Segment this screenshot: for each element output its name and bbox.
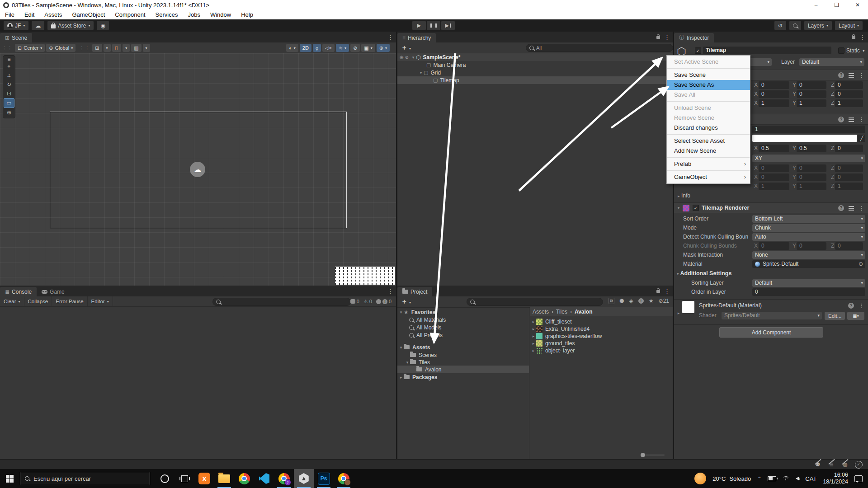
- console-collapse-button[interactable]: Collapse: [24, 296, 52, 306]
- chevron-right-icon[interactable]: ▸: [531, 341, 536, 346]
- static-checkbox[interactable]: [838, 47, 844, 54]
- chevron-down-icon[interactable]: ▾: [410, 55, 416, 60]
- menu-item-discard-changes[interactable]: Discard changes: [667, 123, 750, 133]
- tab-scene[interactable]: ⊞ Scene: [0, 33, 32, 42]
- rect-tool[interactable]: ▭: [4, 98, 14, 108]
- menu-item-gameobject[interactable]: GameObject›: [667, 172, 750, 182]
- project-menu-kebab-icon[interactable]: ⋮: [664, 288, 670, 295]
- hierarchy-row-tilemap[interactable]: ▢ Tilemap: [397, 76, 673, 84]
- chevron-right-icon[interactable]: ▸: [398, 375, 404, 380]
- volume-muted-icon[interactable]: ✕: [796, 477, 799, 480]
- cloud-sprite[interactable]: ☁: [190, 162, 205, 177]
- keyboard-language[interactable]: CAT: [805, 475, 816, 482]
- menu-gameobject[interactable]: GameObject: [67, 11, 110, 18]
- additional-settings-foldout[interactable]: ▾ Additional Settings: [677, 270, 731, 277]
- console-error-pause-button[interactable]: Error Pause: [52, 296, 87, 306]
- transform-tool[interactable]: ⊕: [4, 108, 14, 117]
- tree-item-scenes[interactable]: Scenes: [397, 351, 529, 359]
- detect-chunk-dropdown[interactable]: Auto▾: [752, 233, 865, 241]
- lock-icon[interactable]: [656, 290, 660, 293]
- menu-help[interactable]: Help: [236, 11, 258, 18]
- scene-menu-kebab-icon[interactable]: ⋮: [387, 34, 393, 41]
- layers-dropdown[interactable]: Layers▾: [804, 21, 832, 30]
- animation-frame-rate-field[interactable]: 1: [752, 126, 865, 133]
- anchor-y-field[interactable]: 0.5: [797, 145, 826, 152]
- scale-x-field[interactable]: 1: [759, 99, 789, 107]
- sorting-layer-dropdown[interactable]: Default▾: [752, 279, 865, 287]
- static-dropdown-arrow[interactable]: ▾: [863, 48, 865, 53]
- renderer-enabled-checkbox[interactable]: ✓: [693, 205, 699, 211]
- menu-edit[interactable]: Edit: [19, 11, 39, 18]
- tab-project[interactable]: Project: [397, 287, 432, 296]
- alert-filter-icon[interactable]: !: [638, 298, 644, 304]
- account-button[interactable]: JF▾: [4, 21, 28, 30]
- project-add-button[interactable]: ＋ ▾: [401, 298, 411, 306]
- help-icon[interactable]: ?: [838, 205, 844, 211]
- tray-overflow-chevron[interactable]: ⌃: [757, 476, 761, 482]
- snap-increment-dropdown[interactable]: ▾: [143, 44, 150, 52]
- close-button[interactable]: ✕: [847, 0, 868, 10]
- hierarchy-add-button[interactable]: ＋ ▾: [401, 44, 411, 52]
- lock-icon[interactable]: [656, 36, 660, 39]
- weather-sun-icon[interactable]: [694, 473, 706, 484]
- task-view-button[interactable]: [175, 469, 194, 488]
- position-y-field[interactable]: 0: [797, 81, 826, 89]
- menu-services[interactable]: Services: [151, 11, 183, 18]
- menu-window[interactable]: Window: [205, 11, 236, 18]
- add-component-button[interactable]: Add Component: [719, 327, 823, 338]
- chevron-down-icon[interactable]: ▾: [398, 345, 404, 350]
- tab-hierarchy[interactable]: ≡ Hierarchy: [397, 33, 436, 42]
- collab-off-icon[interactable]: ◍: [838, 460, 852, 469]
- inspector-menu-kebab-icon[interactable]: ⋮: [859, 34, 865, 41]
- kebab-icon[interactable]: ⋮: [859, 116, 864, 123]
- tool-handle-rotation-button[interactable]: ⊕ Global ▾: [46, 44, 75, 52]
- lighting-toggle[interactable]: ϙ: [313, 44, 321, 52]
- help-icon[interactable]: ?: [838, 117, 844, 122]
- menu-item-prefab[interactable]: Prefab›: [667, 159, 750, 169]
- mask-interaction-dropdown[interactable]: None▾: [752, 251, 865, 259]
- hidden-count-badge[interactable]: ⊘21: [659, 298, 669, 304]
- tree-item-avalon[interactable]: Avalon: [397, 366, 529, 373]
- undo-history-button[interactable]: ↺: [774, 21, 786, 30]
- action-center-icon[interactable]: [854, 475, 863, 482]
- preset-icon[interactable]: [849, 117, 854, 122]
- color-swatch[interactable]: [752, 135, 857, 142]
- tool-handle-pivot-button[interactable]: ⊡ Center ▾: [15, 44, 45, 52]
- breadcrumb-assets[interactable]: Assets: [533, 309, 549, 315]
- mode-dropdown[interactable]: Chunk▾: [752, 224, 865, 232]
- project-search-input[interactable]: [467, 298, 603, 306]
- preset-icon[interactable]: [849, 73, 854, 78]
- wifi-icon[interactable]: [783, 476, 789, 481]
- hidden-objects-toggle[interactable]: ⊘: [350, 44, 360, 52]
- hierarchy-row-main-camera[interactable]: ▢ Main Camera: [397, 61, 673, 69]
- chevron-right-icon[interactable]: ▸: [676, 311, 681, 315]
- toolbar-grip[interactable]: ⋮⋮: [2, 45, 13, 51]
- preset-icon[interactable]: [849, 206, 854, 211]
- chevron-down-icon[interactable]: ▾: [405, 360, 410, 365]
- file-row-object-layer[interactable]: ▸ object- layer: [530, 347, 673, 354]
- audio-toggle[interactable]: ◁×: [322, 44, 335, 52]
- tab-game[interactable]: Game: [37, 287, 70, 296]
- breadcrumb-avalon[interactable]: Avalon: [575, 309, 593, 315]
- menu-item-save-scene-as[interactable]: Save Scene As: [667, 80, 750, 90]
- weather-temperature[interactable]: 20°C: [712, 475, 726, 482]
- scale-y-field[interactable]: 1: [797, 99, 826, 107]
- info-foldout[interactable]: ▸ Info: [678, 192, 690, 199]
- menu-assets[interactable]: Assets: [39, 11, 67, 18]
- material-list-button[interactable]: ≣ ▾: [847, 312, 864, 320]
- taskbar-search-input[interactable]: Escriu aquí per cercar: [20, 472, 150, 485]
- settings-button[interactable]: ◉: [97, 21, 108, 30]
- console-log-area[interactable]: [0, 307, 396, 459]
- visibility-eye-icon[interactable]: ◉: [400, 55, 404, 60]
- rotate-tool[interactable]: ↻: [4, 80, 14, 89]
- help-icon[interactable]: ?: [838, 72, 844, 78]
- scale-tool[interactable]: ⊡: [4, 89, 14, 98]
- hierarchy-search-input[interactable]: All: [526, 44, 673, 52]
- chevron-down-icon[interactable]: ▾: [398, 310, 404, 314]
- clock[interactable]: 16:06 18/1/2024: [823, 472, 848, 485]
- console-warning-badge[interactable]: ⚠0: [363, 299, 372, 305]
- 2d-toggle[interactable]: 2D: [300, 44, 311, 52]
- debugger-muted-icon[interactable]: ⚉: [811, 460, 825, 469]
- taskbar-chrome[interactable]: [234, 469, 254, 488]
- scale-z-field[interactable]: 1: [835, 99, 863, 107]
